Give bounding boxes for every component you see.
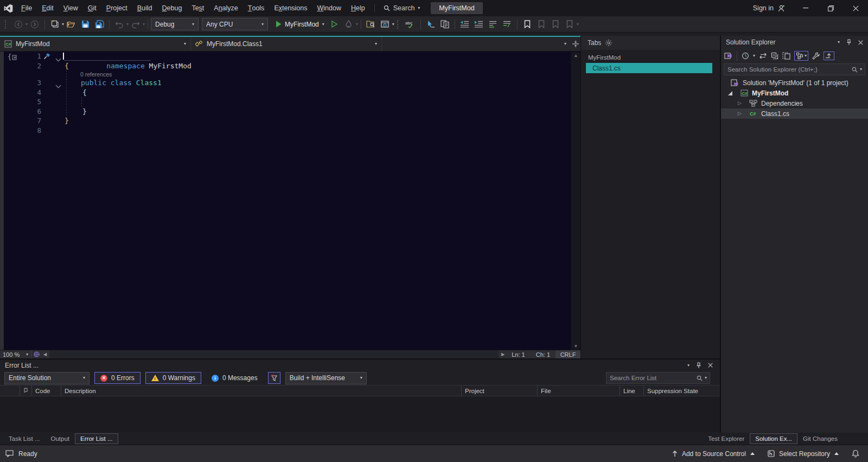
solution-explorer-home-button[interactable] [378, 18, 392, 31]
file-nesting-toggle[interactable]: ▾ [794, 51, 808, 61]
decrease-indent-button[interactable] [458, 18, 472, 31]
column-header-file[interactable]: File [537, 386, 620, 396]
comment-button[interactable] [486, 18, 500, 31]
scroll-left-arrow-icon[interactable]: ◀ [42, 352, 48, 357]
expander-collapsed-icon[interactable]: ▷ [738, 98, 742, 108]
tree-item-dependencies[interactable]: ▷ Dependencies [721, 98, 868, 108]
menu-edit[interactable]: Edit [37, 0, 59, 16]
solution-explorer-search[interactable]: ▾ [724, 63, 865, 75]
tab-error-list[interactable]: Error List ... [75, 433, 118, 444]
error-list-rows[interactable] [0, 396, 720, 432]
tree-item-solution[interactable]: Solution 'MyFirstMod' (1 of 1 project) [721, 78, 868, 88]
tab-solution-explorer[interactable]: Solution Ex... [750, 433, 797, 444]
save-all-button[interactable] [92, 18, 106, 31]
navigate-forward-button[interactable] [28, 18, 42, 31]
filter-toggle[interactable] [268, 372, 280, 384]
menu-project[interactable]: Project [101, 0, 132, 16]
undo-button[interactable] [112, 18, 126, 31]
document-health-icon[interactable] [31, 351, 42, 357]
document-tab-class1[interactable]: Class1.cs [586, 63, 712, 73]
expander-collapsed-icon[interactable]: ▷ [738, 108, 742, 119]
menu-git[interactable]: Git [83, 0, 101, 16]
next-bookmark-button[interactable] [548, 18, 563, 31]
new-project-button[interactable] [48, 18, 62, 31]
scope-dropdown[interactable]: Entire Solution ▾ [4, 372, 90, 384]
toolbar-overflow-icon[interactable]: ▾ [577, 22, 579, 27]
line-ending-indicator[interactable]: CRLF [556, 350, 580, 358]
vertical-scrollbar[interactable]: ▲ ▼ [571, 52, 580, 350]
uncomment-button[interactable] [500, 18, 514, 31]
hot-reload-button[interactable] [342, 18, 356, 31]
chevron-down-icon[interactable]: ▾ [392, 22, 394, 27]
expander-expanded-icon[interactable] [728, 88, 732, 98]
close-button[interactable] [843, 0, 868, 16]
find-in-files-button[interactable] [364, 18, 378, 31]
zoom-dropdown[interactable]: 100 % ▾ [0, 350, 31, 358]
messages-filter-toggle[interactable]: i 0 Messages [206, 372, 263, 384]
sync-with-active-document-icon[interactable] [759, 53, 767, 59]
window-position-chevron-icon[interactable]: ▾ [687, 363, 690, 368]
notifications-bell-icon[interactable] [852, 450, 859, 458]
error-list-search[interactable]: ▾ [606, 372, 710, 384]
member-dropdown[interactable]: ▾ [381, 37, 571, 51]
toggle-bookmark-button[interactable] [520, 18, 534, 31]
build-intellisense-dropdown[interactable]: Build + IntelliSense ▾ [285, 372, 367, 384]
search-icon[interactable] [850, 67, 860, 73]
chevron-down-icon[interactable]: ▾ [143, 22, 145, 27]
spell-checker-button[interactable]: abc [404, 18, 418, 31]
restore-button[interactable] [818, 0, 843, 16]
chevron-down-icon[interactable]: ▾ [860, 67, 865, 72]
switch-views-icon[interactable] [724, 52, 732, 60]
menu-file[interactable]: File [16, 0, 37, 16]
scroll-up-arrow-icon[interactable]: ▲ [574, 53, 578, 58]
quick-actions-screwdriver-icon[interactable] [43, 53, 50, 60]
close-icon[interactable] [708, 363, 713, 368]
errors-filter-toggle[interactable]: ✕ 0 Errors [94, 372, 141, 384]
menu-analyze[interactable]: Analyze [209, 0, 242, 16]
preview-selected-items-toggle[interactable] [824, 52, 834, 60]
tree-item-class1[interactable]: ▷ C# Class1.cs [721, 108, 868, 119]
menu-build[interactable]: Build [132, 0, 157, 16]
solution-explorer-search-input[interactable] [724, 66, 850, 73]
toolbar-grip[interactable] [397, 20, 401, 29]
tabs-settings-gear-icon[interactable] [605, 40, 612, 46]
solution-name-badge[interactable]: MyFirstMod [431, 2, 482, 14]
menu-extensions[interactable]: Extensions [269, 0, 312, 16]
interactive-window-button[interactable] [438, 18, 452, 31]
scroll-right-arrow-icon[interactable]: ▶ [500, 352, 506, 357]
warnings-filter-toggle[interactable]: ! 0 Warnings [145, 372, 201, 384]
redo-button[interactable] [129, 18, 143, 31]
sign-in-button[interactable]: Sign in [745, 4, 793, 12]
search-icon[interactable] [694, 375, 705, 381]
open-file-button[interactable] [64, 18, 78, 31]
navigate-cursor-button[interactable] [424, 18, 438, 31]
tab-test-explorer[interactable]: Test Explorer [703, 433, 750, 444]
code-editor[interactable]: { 1 namespace MyFirstMod 2 { 0 reference… [0, 52, 571, 350]
column-header-description[interactable]: Description [61, 386, 461, 396]
window-position-chevron-icon[interactable]: ▾ [838, 40, 840, 44]
column-header-code[interactable]: Code [31, 386, 61, 396]
codelens-references-link[interactable]: 0 references [80, 70, 112, 78]
scroll-down-arrow-icon[interactable]: ▼ [574, 344, 578, 349]
project-dropdown[interactable]: C# MyFirstMod ▾ [0, 37, 190, 51]
chevron-down-icon[interactable]: ▾ [753, 54, 755, 58]
menu-view[interactable]: View [59, 0, 83, 16]
menu-test[interactable]: Test [187, 0, 209, 16]
search-control[interactable]: Search ▾ [379, 0, 425, 16]
select-repository-button[interactable]: Select Repository [768, 450, 839, 458]
configuration-dropdown[interactable]: Debug ▾ [151, 18, 199, 30]
column-header-project[interactable]: Project [461, 386, 537, 396]
pin-icon[interactable] [696, 362, 701, 369]
pending-changes-filter-icon[interactable] [742, 52, 749, 60]
minimize-button[interactable] [793, 0, 818, 16]
tab-task-list[interactable]: Task List ... [3, 433, 46, 444]
platform-dropdown[interactable]: Any CPU ▾ [202, 18, 268, 30]
save-button[interactable] [78, 18, 92, 31]
column-header-line[interactable]: Line [620, 386, 643, 396]
split-editor-handle[interactable] [571, 37, 580, 51]
tree-item-project[interactable]: C# MyFirstMod [721, 88, 868, 98]
severity-column-icon[interactable] [20, 386, 31, 396]
pin-icon[interactable] [846, 39, 852, 46]
horizontal-scrollbar[interactable] [49, 350, 499, 358]
close-icon[interactable] [858, 40, 863, 45]
